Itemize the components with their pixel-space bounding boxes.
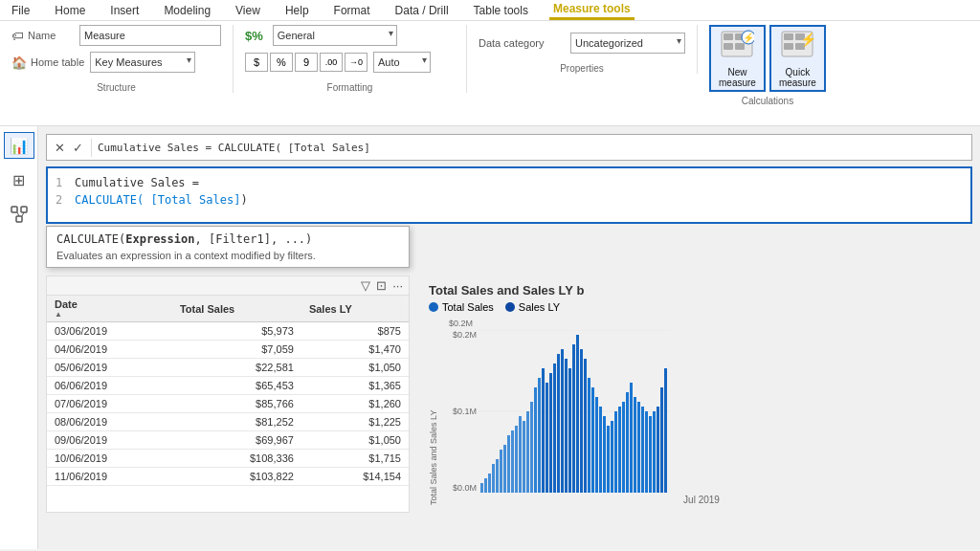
formula-cancel-button[interactable]: ✕ bbox=[53, 139, 67, 157]
svg-rect-39 bbox=[549, 373, 552, 493]
chart-wrapper: Total Sales and Sales LY $0.2M $0.2M $0.… bbox=[429, 319, 961, 505]
format-select[interactable]: General bbox=[273, 25, 397, 46]
chart-svg bbox=[479, 330, 670, 493]
formatting-label: Formatting bbox=[245, 82, 455, 93]
menu-format[interactable]: Format bbox=[330, 2, 374, 19]
table-cell: $69,967 bbox=[172, 431, 301, 450]
svg-rect-30 bbox=[515, 426, 518, 493]
table-row: 11/06/2019$103,822$14,154 bbox=[47, 468, 409, 486]
svg-rect-62 bbox=[637, 402, 640, 493]
chart-x-label: Jul 2019 bbox=[442, 495, 961, 505]
col-total-sales[interactable]: Total Sales bbox=[172, 296, 301, 322]
bar-chart-icon[interactable]: 📊 bbox=[4, 132, 34, 159]
menu-measure-tools[interactable]: Measure tools bbox=[549, 0, 635, 20]
svg-rect-67 bbox=[657, 407, 659, 493]
table-cell: $1,470 bbox=[301, 341, 409, 359]
y-tick-mid: $0.1M bbox=[442, 407, 477, 416]
percent-button[interactable]: % bbox=[270, 53, 293, 72]
data-category-label: Data category bbox=[479, 37, 565, 49]
svg-rect-68 bbox=[660, 387, 663, 493]
auto-select[interactable]: Auto bbox=[373, 52, 431, 73]
svg-rect-46 bbox=[576, 335, 579, 493]
comma-button[interactable]: 9 bbox=[295, 53, 318, 72]
svg-rect-47 bbox=[580, 349, 583, 493]
table-row: 03/06/2019$5,973$875 bbox=[47, 322, 409, 341]
svg-rect-32 bbox=[523, 421, 525, 493]
svg-rect-44 bbox=[568, 368, 571, 493]
svg-rect-25 bbox=[496, 459, 499, 493]
menu-data-drill[interactable]: Data / Drill bbox=[391, 2, 453, 19]
chart-main: $0.2M $0.2M $0.1M $0.0M bbox=[442, 319, 961, 505]
svg-text:⚡: ⚡ bbox=[800, 32, 815, 48]
home-table-select[interactable]: Key Measures bbox=[90, 52, 195, 73]
ribbon: 🏷 Name 🏠 Home table Key Measures Structu… bbox=[0, 21, 980, 126]
formula-input[interactable] bbox=[92, 135, 971, 160]
table-cell: $875 bbox=[301, 322, 409, 341]
svg-rect-27 bbox=[503, 445, 506, 493]
table-row: 07/06/2019$85,766$1,260 bbox=[47, 395, 409, 413]
code-editor[interactable]: 1 Cumulative Sales = 2 CALCULATE( [Total… bbox=[46, 166, 972, 224]
home-table-label: 🏠 Home table bbox=[11, 55, 84, 70]
menu-file[interactable]: File bbox=[8, 2, 33, 19]
svg-rect-65 bbox=[649, 416, 652, 493]
svg-rect-31 bbox=[519, 416, 522, 493]
table-cell: 04/06/2019 bbox=[47, 341, 172, 359]
table-cell: $5,973 bbox=[172, 322, 301, 341]
name-input[interactable] bbox=[79, 25, 221, 46]
quick-measure-button[interactable]: ⚡ Quickmeasure bbox=[769, 25, 826, 92]
table-cell: 10/06/2019 bbox=[47, 450, 172, 468]
menu-table-tools[interactable]: Table tools bbox=[470, 2, 532, 19]
table-cell: 09/06/2019 bbox=[47, 431, 172, 450]
table-cell: $81,252 bbox=[172, 413, 301, 431]
properties-label: Properties bbox=[479, 63, 685, 74]
svg-rect-58 bbox=[622, 402, 625, 493]
new-measure-label: Newmeasure bbox=[719, 67, 756, 88]
svg-rect-1 bbox=[724, 33, 733, 40]
menu-insert[interactable]: Insert bbox=[106, 2, 143, 19]
table-cell: $1,050 bbox=[301, 431, 409, 450]
menu-home[interactable]: Home bbox=[51, 2, 89, 19]
table-cell: $1,050 bbox=[301, 359, 409, 377]
svg-rect-63 bbox=[641, 407, 644, 493]
more-icon[interactable]: ··· bbox=[392, 278, 403, 293]
table-row: 05/06/2019$22,581$1,050 bbox=[47, 359, 409, 377]
table-scroll[interactable]: Date ▲ Total Sales Sales LY 03/06/2019$5… bbox=[47, 296, 409, 486]
table-cell: $14,154 bbox=[301, 468, 409, 486]
quick-measure-icon: ⚡ bbox=[780, 30, 814, 65]
filter-icon[interactable]: ▽ bbox=[361, 278, 370, 293]
svg-rect-40 bbox=[553, 364, 556, 493]
col-sales-ly[interactable]: Sales LY bbox=[301, 296, 409, 322]
menu-view[interactable]: View bbox=[232, 2, 264, 19]
new-measure-icon: ⚡ bbox=[720, 30, 754, 65]
decimal-dec-button[interactable]: →0 bbox=[345, 53, 368, 72]
new-measure-button[interactable]: ⚡ Newmeasure bbox=[709, 25, 766, 92]
menu-modeling[interactable]: Modeling bbox=[160, 2, 214, 19]
svg-rect-26 bbox=[500, 450, 502, 493]
svg-rect-35 bbox=[534, 387, 537, 493]
data-category-select[interactable]: Uncategorized bbox=[570, 33, 685, 54]
table-cell: 06/06/2019 bbox=[47, 377, 172, 395]
svg-rect-4 bbox=[735, 43, 745, 50]
table-row: 08/06/2019$81,252$1,225 bbox=[47, 413, 409, 431]
calculations-label: Calculations bbox=[709, 96, 826, 106]
table-cell: $103,822 bbox=[172, 468, 301, 486]
model-icon[interactable] bbox=[4, 201, 34, 228]
decimal-inc-button[interactable]: .00 bbox=[320, 53, 343, 72]
menu-help[interactable]: Help bbox=[281, 2, 313, 19]
svg-text:⚡: ⚡ bbox=[743, 32, 754, 44]
col-date[interactable]: Date ▲ bbox=[47, 296, 172, 322]
svg-rect-48 bbox=[584, 359, 587, 493]
table-cell: $1,365 bbox=[301, 377, 409, 395]
grid-icon[interactable]: ⊞ bbox=[4, 166, 34, 193]
view-icon[interactable]: ⊡ bbox=[376, 278, 387, 293]
formula-confirm-button[interactable]: ✓ bbox=[71, 139, 85, 157]
svg-rect-15 bbox=[16, 216, 22, 222]
svg-rect-56 bbox=[614, 411, 617, 493]
currency-button[interactable]: $ bbox=[245, 53, 268, 72]
svg-rect-43 bbox=[565, 359, 568, 493]
svg-rect-29 bbox=[511, 430, 514, 493]
legend-sales-ly: Sales LY bbox=[505, 301, 560, 313]
legend-total-sales-dot bbox=[429, 302, 438, 312]
y-tick-top: $0.2M bbox=[442, 330, 477, 340]
legend-total-sales-label: Total Sales bbox=[442, 301, 494, 313]
